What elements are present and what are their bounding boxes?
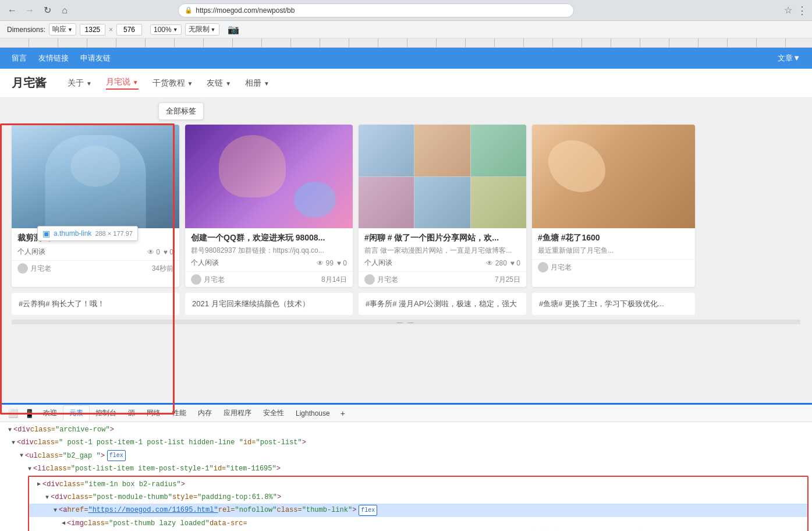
card-4-title: #鱼塘 #花了1600 <box>538 233 689 243</box>
tag-bar-label: 全部标签 <box>166 107 196 115</box>
posts-row-2: #云养狗# 狗长大了！哦！ 2021 月宅回来继续搞颜色（技术） #事务所# 漫… <box>12 293 800 315</box>
tab-lighthouse[interactable]: Lighthouse <box>290 407 336 420</box>
card-1-category: 个人闲谈 <box>17 247 45 257</box>
responsive-dropdown[interactable]: 响应 ▼ <box>49 23 76 36</box>
card-2-category: 个人闲谈 <box>191 258 219 268</box>
devtools-device-icon[interactable]: 📱 <box>21 405 37 422</box>
card-4-thumb <box>532 125 695 228</box>
card-3-footer: 月宅老 7月25日 <box>359 271 526 287</box>
site-topbar: 留言 友情链接 申请友链 文章▼ <box>0 48 812 69</box>
bottom-card-4[interactable]: #鱼塘# 更换了主t，学习下极致优化... <box>532 293 695 315</box>
tooltip-selector: a.thumb-link <box>54 229 91 238</box>
card-2-footer: 月宅老 8月14日 <box>185 271 353 287</box>
inspect-tooltip: ▣ a.thumb-link 288 × 177.97 <box>37 226 138 241</box>
card-1-stats: 👁 0 ♥ 0 <box>147 248 173 256</box>
card-1-author: 月宅老 <box>17 263 51 274</box>
website-container: 留言 友情链接 申请友链 文章▼ 月宅酱 关于 ▼ 月宅说 ▼ 干货教程 ▼ 友… <box>0 48 812 377</box>
bottom-card-1[interactable]: #云养狗# 狗长大了！哦！ <box>12 293 179 315</box>
forward-button[interactable]: → <box>22 3 37 18</box>
address-bar[interactable]: 🔒 https://moegod.com/newpost/bb <box>178 3 574 17</box>
bottom-card-3-title: #事务所# 漫月API公测啦，极速，稳定，强大 <box>366 299 517 308</box>
card-2-title: 创建一个QQ群，欢迎进来玩 98008... <box>191 233 347 243</box>
tab-add[interactable]: + <box>336 406 350 420</box>
devtools-dimensions-bar: Dimensions: 响应 ▼ × 100% ▼ 无限制 ▼ 📷 <box>0 21 812 38</box>
dom-line-6[interactable]: ▼ <div class= "post-module-thumb" style=… <box>29 491 807 504</box>
tag-bar[interactable]: 全部标签 <box>158 102 204 120</box>
tab-application[interactable]: 应用程序 <box>218 406 257 420</box>
home-button[interactable]: ⌂ <box>57 3 72 18</box>
dom-line-3[interactable]: ▼ <ul class= "b2_gap " > flex <box>3 449 809 462</box>
limit-dropdown[interactable]: 无限制 ▼ <box>185 23 219 36</box>
bottom-card-1-title: #云养狗# 狗长大了！哦！ <box>19 299 105 308</box>
tab-performance[interactable]: 性能 <box>166 406 192 420</box>
card-2-body: 创建一个QQ群，欢迎进来玩 98008... 群号98082937 加群链接：h… <box>185 228 353 271</box>
dom-line-1[interactable]: ▼ <div class= "archive-row" > <box>3 423 809 436</box>
zoom-dropdown[interactable]: 100% ▼ <box>150 24 182 35</box>
tab-sources[interactable]: 源 <box>122 406 141 420</box>
tab-network[interactable]: 网络 <box>141 406 166 420</box>
nav-friends[interactable]: 友链 ▼ <box>207 78 231 88</box>
site-logo[interactable]: 月宅酱 <box>12 75 47 91</box>
card-3-category: 个人闲谈 <box>364 258 392 268</box>
site-main-content: 全部标签 裁剪测试 个人闲谈 👁 0 ♥ 0 <box>0 98 812 377</box>
bottom-card-2[interactable]: 2021 月宅回来继续搞颜色（技术） <box>185 293 353 315</box>
card-1-footer: 月宅老 34秒前 <box>12 260 179 276</box>
card-4-body: #鱼塘 #花了1600 最近重新做回了月宅鱼... <box>532 228 695 259</box>
dom-line-7-highlighted[interactable]: ▼ <a href= "https://moegod.com/11695.htm… <box>29 504 807 516</box>
tab-welcome[interactable]: 欢迎 <box>37 406 63 420</box>
card-3-body: #闲聊 # 做了一个图片分享网站，欢... 前言 做一家动漫图片网站，一直是月宅… <box>359 228 526 271</box>
devtools-inspect-icon[interactable]: ⬜ <box>5 405 21 422</box>
flex-badge-a: flex <box>359 505 377 516</box>
card-2-excerpt: 群号98082937 加群链接：https://jq.qq.co... <box>191 246 347 256</box>
tab-security[interactable]: 安全性 <box>257 406 290 420</box>
devtools-panel: ⬜ 📱 欢迎 元素 控制台 源 网络 性能 内存 应用程序 安全性 Lighth… <box>0 403 812 531</box>
nav-yuezhai[interactable]: 月宅说 ▼ <box>106 77 139 90</box>
bottom-card-2-title: 2021 月宅回来继续搞颜色（技术） <box>192 299 310 308</box>
tab-memory[interactable]: 内存 <box>192 406 218 420</box>
bottom-card-3[interactable]: #事务所# 漫月API公测啦，极速，稳定，强大 <box>359 293 526 315</box>
post-card-4[interactable]: #鱼塘 #花了1600 最近重新做回了月宅鱼... 月宅老 <box>532 125 695 287</box>
card-2-thumb <box>185 125 353 228</box>
bottom-card-4-title: #鱼塘# 更换了主t，学习下极致优化... <box>539 299 664 308</box>
lock-icon: 🔒 <box>185 6 193 14</box>
site-navbar: 月宅酱 关于 ▼ 月宅说 ▼ 干货教程 ▼ 友链 ▼ 相册 ▼ <box>0 69 812 98</box>
height-input[interactable] <box>116 24 142 36</box>
card-3-title: #闲聊 # 做了一个图片分享网站，欢... <box>364 233 520 243</box>
topbar-youqing[interactable]: 友情链接 <box>38 53 69 63</box>
tab-console[interactable]: 控制台 <box>90 406 122 420</box>
card-4-excerpt: 最近重新做回了月宅鱼... <box>538 246 689 256</box>
flex-badge-ul: flex <box>107 450 126 461</box>
dom-line-4[interactable]: ▼ <li class= "post-list-item item-post-s… <box>3 462 809 475</box>
bookmark-icon[interactable]: ☆ <box>784 5 792 16</box>
responsive-arrow: ▼ <box>68 27 73 33</box>
tooltip-dimensions: 288 × 177.97 <box>95 230 133 237</box>
dom-line-2[interactable]: ▼ <div class= " post-1 post-item-1 post-… <box>3 436 809 449</box>
width-input[interactable] <box>80 24 105 36</box>
post-card-2[interactable]: 创建一个QQ群，欢迎进来玩 98008... 群号98082937 加群链接：h… <box>185 125 353 287</box>
post-card-1[interactable]: 裁剪测试 个人闲谈 👁 0 ♥ 0 月宅老 34秒前 <box>12 125 179 287</box>
topbar-liuyan[interactable]: 留言 <box>12 53 27 63</box>
refresh-button[interactable]: ↻ <box>40 3 55 18</box>
back-button[interactable]: ← <box>5 3 20 18</box>
devtools-dom-tree: ▼ <div class= "archive-row" > ▼ <div cla… <box>0 422 812 531</box>
tab-elements[interactable]: 元素 <box>63 405 90 421</box>
ruler <box>0 38 812 48</box>
dom-selected-section: ▶ <div class= "item-1n box b2-radius" > … <box>28 476 809 531</box>
card-3-thumb <box>359 125 526 228</box>
topbar-articles[interactable]: 文章▼ <box>778 54 800 62</box>
tooltip-icon: ▣ <box>42 229 50 238</box>
nav-about[interactable]: 关于 ▼ <box>68 78 92 88</box>
dom-line-5[interactable]: ▶ <div class= "item-1n box b2-radius" > <box>29 478 807 491</box>
browser-top-bar: ← → ↻ ⌂ 🔒 https://moegod.com/newpost/bb … <box>0 0 812 21</box>
url-text: https://moegod.com/newpost/bb <box>196 6 295 15</box>
topbar-shenqing[interactable]: 申请友链 <box>80 53 111 63</box>
dom-line-8[interactable]: ◀ <img class= "post-thumb lazy loaded" d… <box>29 517 807 531</box>
nav-album[interactable]: 相册 ▼ <box>245 78 270 88</box>
card-1-time: 34秒前 <box>152 264 173 274</box>
capture-icon[interactable]: 📷 <box>228 24 239 35</box>
nav-tutorials[interactable]: 干货教程 ▼ <box>153 78 193 88</box>
settings-icon[interactable]: ⋮ <box>797 4 807 17</box>
card-4-footer: 月宅老 <box>532 259 695 275</box>
post-card-3[interactable]: #闲聊 # 做了一个图片分享网站，欢... 前言 做一家动漫图片网站，一直是月宅… <box>359 125 526 287</box>
collapse-handle[interactable]: — — <box>12 320 800 324</box>
